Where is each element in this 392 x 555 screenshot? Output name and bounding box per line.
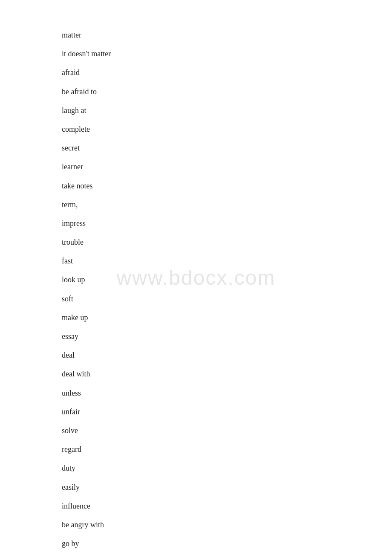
list-item: term, — [62, 195, 392, 214]
list-item: learner — [62, 157, 392, 176]
list-item: go by — [62, 534, 392, 553]
word-list: matterit doesn't matterafraidbe afraid t… — [0, 0, 392, 555]
list-item: be angry with — [62, 515, 392, 534]
list-item: be afraid to — [62, 82, 392, 101]
list-item: unless — [62, 384, 392, 402]
list-item: deal — [62, 346, 392, 364]
list-item: influence — [62, 497, 392, 515]
list-item: laugh at — [62, 101, 392, 120]
list-item: essay — [62, 327, 392, 346]
list-item: take notes — [62, 176, 392, 195]
list-item: duty — [62, 459, 392, 477]
list-item: complete — [62, 120, 392, 139]
list-item: unfair — [62, 402, 392, 421]
list-item: fast — [62, 251, 392, 270]
list-item: regard — [62, 440, 392, 459]
list-item: easily — [62, 478, 392, 497]
list-item: secret — [62, 139, 392, 157]
list-item: make up — [62, 308, 392, 327]
list-item: trouble — [62, 233, 392, 251]
list-item: deal with — [62, 364, 392, 383]
list-item: matter — [62, 26, 392, 44]
list-item: afraid — [62, 63, 392, 82]
list-item: solve — [62, 421, 392, 440]
list-item: impress — [62, 214, 392, 233]
list-item: look up — [62, 270, 392, 289]
list-item: it doesn't matter — [62, 44, 392, 63]
list-item: friendship — [62, 553, 392, 555]
list-item: soft — [62, 289, 392, 308]
